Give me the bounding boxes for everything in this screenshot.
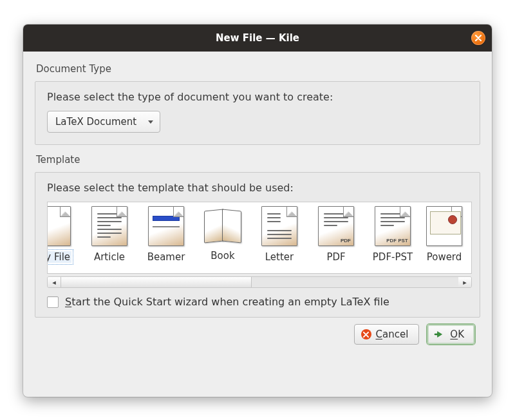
cancel-icon [361,329,371,339]
template-group: Please select the template that should b… [35,172,480,318]
window-title: New File — Kile [216,32,299,44]
scroll-left-icon[interactable]: ◂ [48,277,61,287]
template-item-label: Letter [265,251,294,263]
document-type-label: Document Type [36,63,480,75]
quick-start-row: Start the Quick Start wizard when creati… [47,296,472,308]
document-type-group: Please select the type of document you w… [35,81,480,145]
template-beamer[interactable]: Beamer [138,206,194,263]
template-book[interactable]: Book [194,206,251,262]
scrollbar-thumb[interactable] [61,277,252,287]
template-label: Template [36,154,480,166]
template-item-label: Article [94,251,125,263]
ok-label: OK [450,329,464,340]
document-type-value: LaTeX Document [55,116,136,128]
template-empty-file[interactable]: pty File [47,206,81,263]
template-item-label: PDF-PST [373,251,413,263]
scrollbar-track[interactable] [61,277,458,287]
template-item-label: Powerd [427,251,462,263]
dialog-window: New File — Kile Document Type Please sel… [23,24,492,397]
dialog-body: Document Type Please select the type of … [23,52,492,397]
template-powerdot[interactable]: Powerd [421,206,467,263]
quick-start-label: Start the Quick Start wizard when creati… [65,296,389,308]
dialog-buttons: Cancel OK [35,324,480,347]
template-letter[interactable]: Letter [251,206,308,263]
document-type-prompt: Please select the type of document you w… [47,91,468,103]
cancel-label: Cancel [376,329,409,340]
close-icon [475,35,482,41]
template-prompt: Please select the template that should b… [47,182,472,194]
template-pdf-pst[interactable]: PDF PST PDF-PST [364,206,421,263]
template-item-label: pty File [47,251,71,263]
quick-start-checkbox[interactable] [47,296,59,308]
document-type-combo[interactable]: LaTeX Document [47,111,160,133]
chevron-down-icon [148,120,153,124]
template-item-label: PDF [326,251,345,263]
close-button[interactable] [471,31,485,45]
template-article[interactable]: Article [81,206,138,263]
template-item-label: Book [211,250,234,262]
template-scrollbar[interactable]: ◂ ▸ [47,276,472,288]
template-pdf[interactable]: PDF PDF [308,206,364,263]
titlebar: New File — Kile [23,24,492,52]
template-item-label: Beamer [147,251,185,263]
template-list: pty File Article Beamer [47,202,472,274]
book-icon [203,207,243,245]
ok-button[interactable]: OK [427,324,475,345]
scroll-right-icon[interactable]: ▸ [458,277,471,287]
cancel-button[interactable]: Cancel [354,324,420,345]
ok-icon [434,330,445,339]
